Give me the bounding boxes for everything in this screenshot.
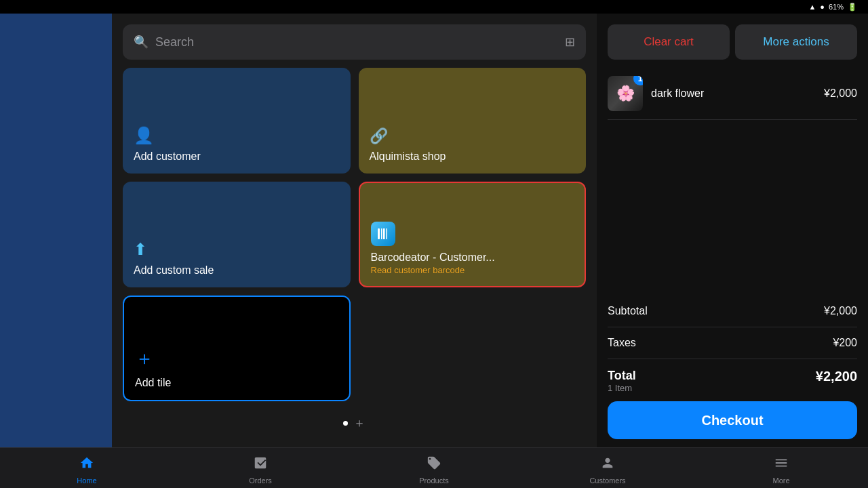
cart-summary: Subtotal ¥2,000 Taxes ¥200: [597, 296, 868, 359]
nav-home-label: Home: [77, 476, 96, 485]
cart-item[interactable]: 🌸 1 dark flower ¥2,000: [608, 68, 857, 119]
tile-add-custom-sale[interactable]: ⬆ Add custom sale: [123, 182, 351, 287]
customers-icon: [600, 455, 615, 474]
barcodeator-app-icon: [371, 222, 395, 246]
search-icon: 🔍: [134, 35, 149, 49]
nav-customers-label: Customers: [589, 476, 625, 485]
pagination: ＋: [123, 409, 586, 436]
link-icon: 🔗: [370, 127, 576, 145]
tile-add-label: Add tile: [135, 377, 338, 389]
barcode-scan-icon[interactable]: ⊞: [565, 35, 575, 49]
nav-item-home[interactable]: Home: [0, 451, 174, 485]
add-page-button[interactable]: ＋: [353, 415, 366, 431]
nav-more-label: More: [772, 476, 789, 485]
orders-icon: [253, 455, 268, 474]
subtotal-value: ¥2,000: [824, 305, 857, 317]
nav-orders-label: Orders: [249, 476, 272, 485]
tile-barcodeator-sublabel: Read customer barcode: [371, 265, 574, 275]
svg-rect-1: [381, 228, 382, 239]
checkout-button[interactable]: Checkout: [608, 401, 857, 439]
tile-barcodeator-label: Barcodeator - Customer...: [371, 251, 574, 264]
battery-icon: 🔋: [848, 3, 857, 12]
right-panel: Clear cart More actions 🌸 1 dark flower …: [597, 14, 868, 447]
search-placeholder: Search: [155, 35, 558, 49]
item-name: dark flower: [651, 87, 816, 100]
tile-custom-sale-label: Add custom sale: [134, 264, 340, 277]
more-icon: [774, 455, 789, 474]
total-section: Total 1 Item ¥2,200: [597, 359, 868, 401]
total-label-group: Total 1 Item: [608, 369, 636, 393]
tile-add-customer[interactable]: 👤 Add customer: [123, 68, 351, 174]
cart-items: 🌸 1 dark flower ¥2,000: [597, 68, 868, 296]
person-icon: 👤: [134, 126, 340, 145]
nav-item-orders[interactable]: Orders: [174, 451, 347, 485]
subtotal-row: Subtotal ¥2,000: [608, 296, 857, 327]
tile-add-customer-label: Add customer: [134, 150, 340, 163]
products-icon: [427, 455, 441, 474]
page-dot-active: [343, 421, 348, 426]
item-thumbnail: 🌸 1: [608, 76, 643, 111]
total-value: ¥2,200: [816, 369, 857, 384]
tile-alquimista[interactable]: 🔗 Alquimista shop: [359, 68, 587, 174]
signal-icon: ▲: [808, 3, 816, 11]
bottom-nav: Home Orders Products Customers: [0, 447, 868, 488]
center-panel: 🔍 Search ⊞ 👤 Add customer 🔗 Alquimista s…: [112, 14, 597, 447]
cart-header: Clear cart More actions: [597, 14, 868, 68]
battery-indicator: 61%: [829, 3, 844, 11]
status-bar: ▲ ● 61% 🔋: [0, 0, 868, 14]
tile-grid: 👤 Add customer 🔗 Alquimista shop ⬆ Add c…: [123, 68, 586, 401]
nav-item-customers[interactable]: Customers: [521, 451, 694, 485]
nav-item-products[interactable]: Products: [347, 451, 521, 485]
search-bar[interactable]: 🔍 Search ⊞: [123, 24, 586, 60]
nav-item-more[interactable]: More: [694, 451, 868, 485]
taxes-row: Taxes ¥200: [608, 327, 857, 359]
home-icon: [79, 455, 94, 474]
total-count: 1 Item: [608, 383, 636, 393]
wifi-icon: ●: [820, 3, 825, 11]
upload-icon: ⬆: [134, 240, 340, 259]
tile-add-new[interactable]: ＋ Add tile: [123, 296, 351, 401]
clear-cart-button[interactable]: Clear cart: [608, 24, 730, 60]
plus-icon: ＋: [135, 346, 338, 371]
svg-rect-3: [386, 228, 387, 239]
tile-barcodeator[interactable]: Barcodeator - Customer... Read customer …: [359, 182, 587, 287]
more-actions-button[interactable]: More actions: [735, 24, 857, 60]
taxes-value: ¥200: [833, 337, 857, 349]
tile-alquimista-label: Alquimista shop: [370, 150, 576, 163]
svg-rect-0: [378, 228, 380, 239]
cart-divider: [608, 119, 857, 120]
svg-rect-2: [383, 228, 385, 239]
nav-products-label: Products: [419, 476, 448, 485]
subtotal-label: Subtotal: [608, 305, 648, 317]
sidebar: [0, 14, 112, 447]
taxes-label: Taxes: [608, 337, 636, 349]
total-row: Total 1 Item ¥2,200: [608, 369, 857, 393]
item-price: ¥2,000: [824, 87, 857, 100]
total-label: Total: [608, 369, 636, 383]
